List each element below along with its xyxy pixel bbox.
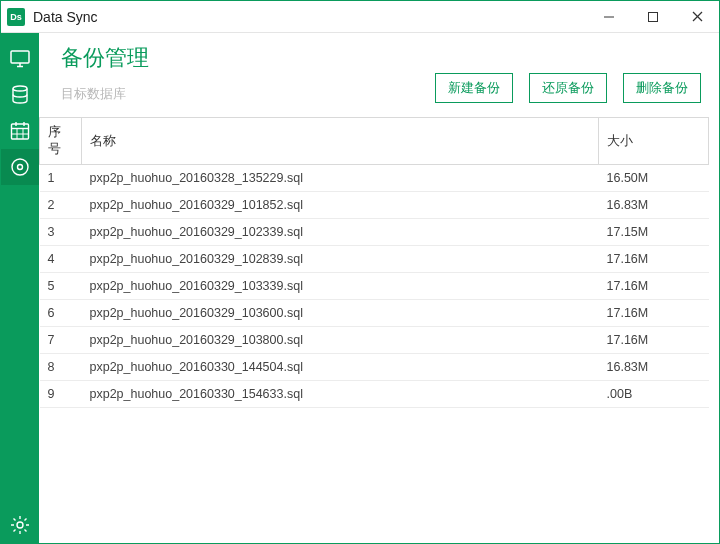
sidebar-item-disc[interactable]	[1, 149, 39, 185]
minimize-icon	[604, 12, 614, 22]
table-wrapper[interactable]: 序号 名称 大小 1pxp2p_huohuo_20160328_135229.s…	[39, 117, 709, 533]
cell-name: pxp2p_huohuo_20160330_144504.sql	[82, 354, 599, 381]
header-row: 目标数据库 新建备份 还原备份 删除备份	[61, 73, 701, 103]
page-header: 备份管理 目标数据库 新建备份 还原备份 删除备份	[39, 33, 719, 109]
cell-size: 16.83M	[599, 192, 709, 219]
page-title: 备份管理	[61, 43, 701, 73]
table-header-row: 序号 名称 大小	[40, 118, 709, 165]
cell-size: 17.16M	[599, 300, 709, 327]
page-subtitle: 目标数据库	[61, 85, 126, 103]
col-name[interactable]: 名称	[82, 118, 599, 165]
maximize-button[interactable]	[631, 2, 675, 32]
svg-rect-8	[12, 124, 29, 139]
minimize-button[interactable]	[587, 2, 631, 32]
svg-point-17	[17, 522, 23, 528]
cell-size: 17.15M	[599, 219, 709, 246]
cell-index: 7	[40, 327, 82, 354]
table-row[interactable]: 3pxp2p_huohuo_20160329_102339.sql17.15M	[40, 219, 709, 246]
app-window: Ds Data Sync	[0, 0, 720, 544]
cell-size: 17.16M	[599, 246, 709, 273]
table-row[interactable]: 5pxp2p_huohuo_20160329_103339.sql17.16M	[40, 273, 709, 300]
cell-index: 1	[40, 165, 82, 192]
sidebar-item-settings[interactable]	[1, 507, 39, 543]
cell-name: pxp2p_huohuo_20160329_103800.sql	[82, 327, 599, 354]
svg-point-7	[13, 86, 27, 91]
settings-icon	[10, 515, 30, 535]
cell-size: 17.16M	[599, 327, 709, 354]
monitor-icon	[10, 50, 30, 68]
table-row[interactable]: 8pxp2p_huohuo_20160330_144504.sql16.83M	[40, 354, 709, 381]
close-icon	[692, 11, 703, 22]
cell-size: 17.16M	[599, 273, 709, 300]
table-row[interactable]: 9pxp2p_huohuo_20160330_154633.sql.00B	[40, 381, 709, 408]
app-logo-icon: Ds	[7, 8, 25, 26]
cell-name: pxp2p_huohuo_20160329_103339.sql	[82, 273, 599, 300]
cell-index: 9	[40, 381, 82, 408]
svg-point-16	[18, 165, 23, 170]
cell-index: 3	[40, 219, 82, 246]
table-body: 1pxp2p_huohuo_20160328_135229.sql16.50M2…	[40, 165, 709, 408]
svg-rect-4	[11, 51, 29, 63]
cell-name: pxp2p_huohuo_20160328_135229.sql	[82, 165, 599, 192]
window-title: Data Sync	[33, 9, 587, 25]
disc-icon	[10, 157, 30, 177]
app-body: 备份管理 目标数据库 新建备份 还原备份 删除备份 序号 名称	[1, 33, 719, 543]
sidebar-item-database[interactable]	[1, 77, 39, 113]
backup-table: 序号 名称 大小 1pxp2p_huohuo_20160328_135229.s…	[39, 117, 709, 408]
sidebar-item-calendar[interactable]	[1, 113, 39, 149]
cell-index: 8	[40, 354, 82, 381]
sidebar	[1, 33, 39, 543]
svg-rect-1	[649, 12, 658, 21]
sidebar-item-monitor[interactable]	[1, 41, 39, 77]
close-button[interactable]	[675, 2, 719, 32]
database-icon	[11, 85, 29, 105]
cell-size: 16.83M	[599, 354, 709, 381]
cell-index: 5	[40, 273, 82, 300]
col-size[interactable]: 大小	[599, 118, 709, 165]
table-row[interactable]: 6pxp2p_huohuo_20160329_103600.sql17.16M	[40, 300, 709, 327]
cell-name: pxp2p_huohuo_20160329_103600.sql	[82, 300, 599, 327]
cell-size: .00B	[599, 381, 709, 408]
titlebar: Ds Data Sync	[1, 1, 719, 33]
delete-backup-button[interactable]: 删除备份	[623, 73, 701, 103]
calendar-icon	[10, 121, 30, 141]
table-row[interactable]: 2pxp2p_huohuo_20160329_101852.sql16.83M	[40, 192, 709, 219]
cell-name: pxp2p_huohuo_20160330_154633.sql	[82, 381, 599, 408]
col-index[interactable]: 序号	[40, 118, 82, 165]
cell-index: 4	[40, 246, 82, 273]
maximize-icon	[648, 12, 658, 22]
restore-backup-button[interactable]: 还原备份	[529, 73, 607, 103]
table-row[interactable]: 1pxp2p_huohuo_20160328_135229.sql16.50M	[40, 165, 709, 192]
cell-index: 6	[40, 300, 82, 327]
cell-name: pxp2p_huohuo_20160329_102839.sql	[82, 246, 599, 273]
svg-point-15	[12, 159, 28, 175]
cell-size: 16.50M	[599, 165, 709, 192]
table-row[interactable]: 7pxp2p_huohuo_20160329_103800.sql17.16M	[40, 327, 709, 354]
cell-name: pxp2p_huohuo_20160329_102339.sql	[82, 219, 599, 246]
cell-index: 2	[40, 192, 82, 219]
action-bar: 新建备份 还原备份 删除备份	[435, 73, 701, 103]
main-content: 备份管理 目标数据库 新建备份 还原备份 删除备份 序号 名称	[39, 33, 719, 543]
table-row[interactable]: 4pxp2p_huohuo_20160329_102839.sql17.16M	[40, 246, 709, 273]
cell-name: pxp2p_huohuo_20160329_101852.sql	[82, 192, 599, 219]
new-backup-button[interactable]: 新建备份	[435, 73, 513, 103]
